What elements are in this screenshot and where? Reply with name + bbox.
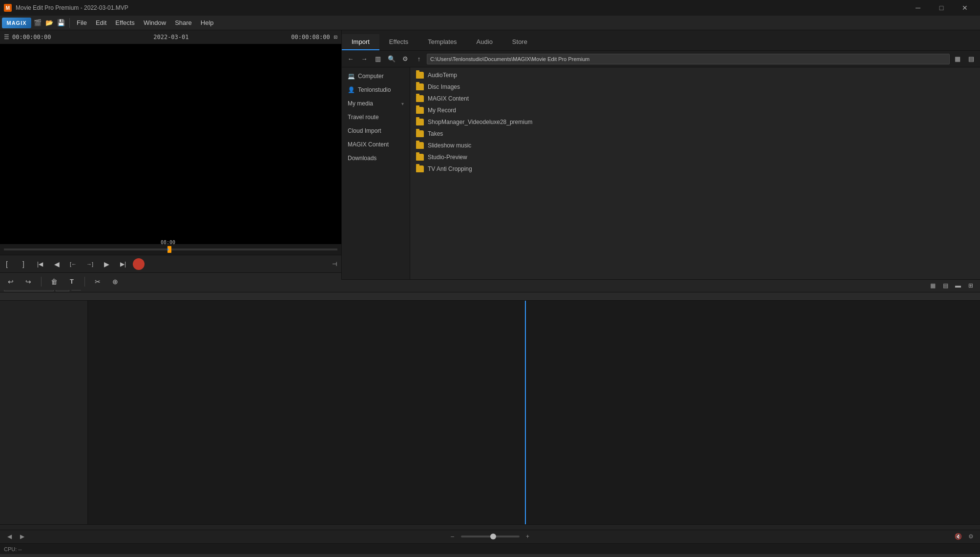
zoom-in-button[interactable]: + bbox=[522, 531, 533, 542]
preview-pane: ☰ 00:00:00:00 2022-03-01 00:00:08:00 ⊡ 0… bbox=[0, 30, 342, 279]
collapse-icon[interactable]: ⊡ bbox=[334, 34, 337, 41]
nav-computer[interactable]: 💻 Computer bbox=[342, 69, 410, 83]
preview-video bbox=[0, 44, 341, 244]
file-item-slideshow[interactable]: Slideshow music bbox=[410, 140, 980, 151]
text-button[interactable]: T bbox=[65, 275, 79, 289]
file-item-myrecord[interactable]: My Record bbox=[410, 104, 980, 116]
tab-templates[interactable]: Templates bbox=[418, 34, 466, 50]
nav-settings-button[interactable]: ⚙ bbox=[399, 53, 411, 65]
path-input[interactable] bbox=[427, 54, 950, 64]
bracket-open-button[interactable]: [ bbox=[0, 257, 14, 271]
title-bar: M Movie Edit Pro Premium - 2022-03-01.MV… bbox=[0, 0, 980, 16]
preview-time-bar: ☰ 00:00:00:00 2022-03-01 00:00:08:00 ⊡ bbox=[0, 30, 341, 44]
panel-list-view[interactable]: ▦ bbox=[952, 53, 963, 65]
panel-toolbar: ← → ▥ 🔍 ⚙ ↑ ▦ ▤ bbox=[342, 51, 980, 67]
track-view-small[interactable]: ▬ bbox=[953, 280, 963, 291]
tab-audio[interactable]: Audio bbox=[467, 34, 502, 50]
menu-window[interactable]: Window bbox=[140, 17, 170, 28]
nav-travelroute[interactable]: Travel route bbox=[342, 110, 410, 124]
zoom-out-button[interactable]: – bbox=[447, 531, 458, 542]
scroll-left-button[interactable]: ◀ bbox=[4, 531, 15, 542]
track-view-grid[interactable]: ⊞ bbox=[965, 280, 976, 291]
next-marker-button[interactable]: ▶| bbox=[116, 257, 130, 271]
file-item-discimages[interactable]: Disc Images bbox=[410, 81, 980, 93]
time-label: 08:00 bbox=[161, 240, 175, 245]
redo-button[interactable]: ↪ bbox=[21, 275, 35, 289]
nav-travelroute-label: Travel route bbox=[348, 114, 379, 121]
menu-bar: MAGIX 🎬 📂 💾 File Edit Effects Window Sha… bbox=[0, 16, 980, 30]
scrub-track[interactable]: 08:00 bbox=[4, 248, 337, 250]
timeline-settings-button[interactable]: ⚙ bbox=[965, 531, 976, 542]
tab-import[interactable]: Import bbox=[342, 34, 379, 50]
file-item-studiopreview[interactable]: Studio-Preview bbox=[410, 151, 980, 163]
preview-time-right-area: 00:00:08:00 ⊡ bbox=[291, 34, 337, 41]
preview-time-left: 00:00:00:00 bbox=[12, 34, 51, 41]
toolbar-icon-3[interactable]: 💾 bbox=[56, 18, 66, 28]
tab-store[interactable]: Store bbox=[502, 34, 537, 50]
nav-cloudimport[interactable]: Cloud Import bbox=[342, 124, 410, 138]
maximize-button[interactable]: □ bbox=[930, 0, 953, 16]
folder-icon-myrecord bbox=[416, 107, 424, 114]
track-view-medium[interactable]: ▤ bbox=[940, 280, 951, 291]
h-scrollbar[interactable] bbox=[0, 524, 980, 530]
menu-effects[interactable]: Effects bbox=[111, 17, 139, 28]
preview-scrub-bar[interactable]: 08:00 bbox=[0, 244, 341, 255]
record-button[interactable] bbox=[133, 258, 145, 270]
zoom-slider[interactable] bbox=[461, 536, 520, 537]
menu-file[interactable]: File bbox=[73, 17, 91, 28]
hamburger-icon[interactable]: ☰ bbox=[4, 34, 9, 41]
status-bar: CPU: -- bbox=[0, 543, 980, 554]
next-frame-button[interactable]: ▶ bbox=[100, 257, 113, 271]
bracket-close-button[interactable]: ] bbox=[17, 257, 30, 271]
file-label-tvanti: TV Anti Cropping bbox=[428, 165, 472, 172]
mute-button[interactable]: 🔇 bbox=[953, 531, 963, 542]
panel-detail-view[interactable]: ▤ bbox=[965, 53, 977, 65]
toolbar-icon-1[interactable]: 🎬 bbox=[32, 18, 43, 28]
title-bar-left: M Movie Edit Pro Premium - 2022-03-01.MV… bbox=[4, 4, 128, 12]
nav-forward-button[interactable]: → bbox=[358, 53, 370, 65]
insert-button[interactable]: ⊕ bbox=[108, 275, 122, 289]
nav-panel-btn[interactable]: ▥ bbox=[372, 53, 384, 65]
next-cut-button[interactable]: →] bbox=[83, 257, 97, 271]
panel-right-icons: ▦ ▤ bbox=[952, 53, 977, 65]
nav-search-button[interactable]: 🔍 bbox=[386, 53, 397, 65]
cut-button[interactable]: ✂ bbox=[91, 275, 104, 289]
file-label-magixcontent: MAGIX Content bbox=[428, 95, 469, 102]
bottom-right-controls: 🔇 ⚙ bbox=[953, 531, 976, 542]
delete-button[interactable]: 🗑 bbox=[47, 275, 61, 289]
nav-computer-label: Computer bbox=[358, 73, 384, 80]
file-item-shopmanager[interactable]: ShopManager_Videodeluxe28_premium bbox=[410, 116, 980, 128]
nav-mymedia[interactable]: My media ▾ bbox=[342, 97, 410, 110]
nav-magixcontent[interactable]: MAGIX Content bbox=[342, 138, 410, 151]
undo-button[interactable]: ↩ bbox=[4, 275, 18, 289]
end-button[interactable]: ⊣ bbox=[328, 257, 341, 271]
file-item-audiotemp[interactable]: AudioTemp bbox=[410, 69, 980, 81]
magix-logo: MAGIX bbox=[2, 18, 31, 28]
nav-tenlonstudio[interactable]: 👤 Tenlonstudio bbox=[342, 83, 410, 97]
menu-edit[interactable]: Edit bbox=[92, 17, 110, 28]
file-item-tvanti[interactable]: TV Anti Cropping bbox=[410, 163, 980, 175]
folder-icon-discimages bbox=[416, 83, 424, 90]
track-view-large[interactable]: ▦ bbox=[927, 280, 938, 291]
menu-help[interactable]: Help bbox=[197, 17, 218, 28]
menu-share[interactable]: Share bbox=[171, 17, 196, 28]
prev-cut-button[interactable]: [← bbox=[66, 257, 80, 271]
minimize-button[interactable]: ─ bbox=[907, 0, 929, 16]
track-labels bbox=[0, 301, 88, 524]
close-button[interactable]: ✕ bbox=[954, 0, 976, 16]
nav-back-button[interactable]: ← bbox=[345, 53, 356, 65]
zoom-thumb bbox=[490, 534, 496, 539]
edit-sep-1 bbox=[41, 277, 42, 287]
prev-marker-button[interactable]: |◀ bbox=[33, 257, 47, 271]
tab-effects[interactable]: Effects bbox=[379, 34, 418, 50]
nav-downloads[interactable]: Downloads bbox=[342, 151, 410, 165]
nav-up-button[interactable]: ↑ bbox=[413, 53, 425, 65]
folder-icon-tvanti bbox=[416, 165, 424, 172]
file-item-takes[interactable]: Takes bbox=[410, 128, 980, 140]
track-timeline[interactable] bbox=[88, 301, 980, 524]
file-item-magixcontent[interactable]: MAGIX Content bbox=[410, 93, 980, 104]
scroll-right-button[interactable]: ▶ bbox=[17, 531, 27, 542]
toolbar-icon-2[interactable]: 📂 bbox=[44, 18, 55, 28]
prev-frame-button[interactable]: ◀ bbox=[50, 257, 63, 271]
zoom-control: – + bbox=[447, 531, 533, 542]
